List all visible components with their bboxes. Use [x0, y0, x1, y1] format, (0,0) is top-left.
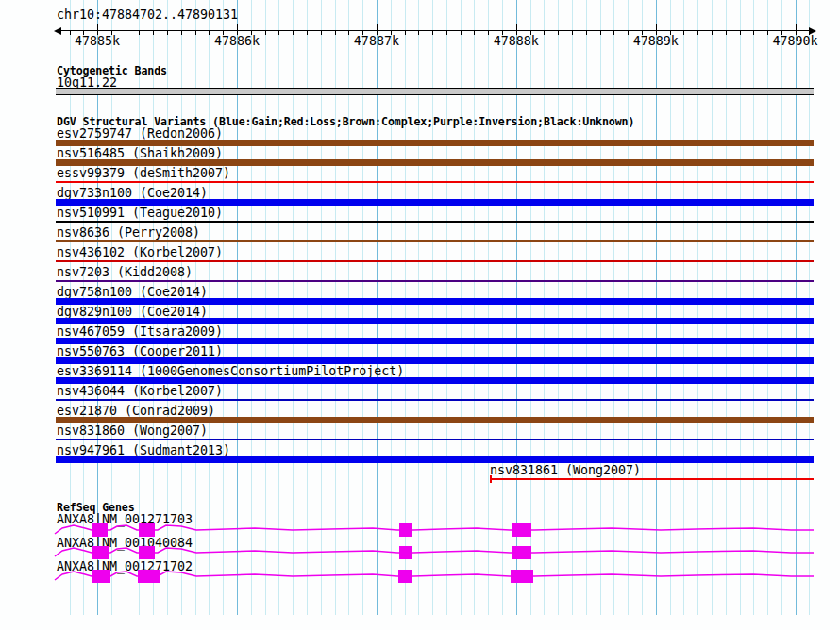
ruler-minor-tick: [767, 31, 768, 35]
ruler-minor-tick: [572, 31, 573, 35]
ruler-tick-label: 47886k: [214, 35, 260, 47]
ruler-minor-tick: [432, 31, 433, 35]
variant-bar[interactable]: [56, 399, 814, 401]
variant-track-label: nsv8636 (Perry2008): [57, 226, 200, 239]
ruler-major-tick: [516, 24, 517, 30]
ruler-minor-tick: [126, 31, 126, 35]
variant-bar[interactable]: [56, 338, 814, 344]
transcript-exon[interactable]: [398, 570, 412, 583]
variant-bar[interactable]: [56, 199, 814, 206]
ruler-minor-tick: [683, 31, 684, 35]
variant-bar[interactable]: [56, 221, 814, 223]
ruler-minor-tick: [348, 31, 349, 35]
transcript-exon[interactable]: [512, 523, 531, 537]
variant-bar[interactable]: [56, 357, 814, 364]
variant-bar[interactable]: [56, 140, 814, 146]
ruler-minor-tick: [712, 31, 713, 35]
ruler-axis: [56, 30, 815, 31]
variant-track-label: nsv510991 (Teague2010): [57, 207, 223, 219]
variant-track-label: dgv758n100 (Coe2014): [57, 286, 208, 298]
transcript-label: ANXA8|NM_001040084: [57, 537, 193, 549]
variant-track-label: nsv436044 (Korbel2007): [57, 385, 223, 397]
ruler-minor-tick: [488, 31, 489, 35]
variant-bar[interactable]: [56, 159, 814, 166]
ruler-minor-tick: [181, 31, 182, 35]
variant-bar[interactable]: [56, 377, 814, 384]
ruler-minor-tick: [265, 31, 266, 35]
ruler-major-tick: [796, 24, 797, 30]
ruler-minor-tick: [446, 31, 447, 35]
variant-track-label: nsv516485 (Shaikh2009): [57, 147, 223, 159]
ruler-minor-tick: [195, 31, 196, 35]
ruler-minor-tick: [726, 31, 727, 35]
variant-track-label: nsv831860 (Wong2007): [57, 424, 208, 437]
ruler-minor-tick: [613, 31, 614, 35]
ruler-major-tick: [656, 24, 657, 30]
variant-track-label: nsv947961 (Sudmant2013): [57, 444, 230, 456]
ruler-major-tick: [237, 24, 238, 30]
variant-bar-left-cap: [490, 475, 492, 483]
cytoband-bar[interactable]: [56, 88, 814, 95]
ruler-major-tick: [97, 24, 98, 30]
genome-browser-window: chr10:47884702..47890131 47885k47886k478…: [0, 0, 840, 630]
variant-track-label: dgv829n100 (Coe2014): [57, 306, 208, 318]
transcript-intron-line[interactable]: [55, 525, 814, 534]
ruler-minor-tick: [461, 31, 462, 35]
variant-bar[interactable]: [56, 298, 814, 305]
variant-track-label: nsv831861 (Wong2007): [490, 464, 641, 476]
variant-bar[interactable]: [56, 439, 814, 440]
ruler-tick-label: 47887k: [354, 35, 399, 47]
variant-bar[interactable]: [56, 318, 814, 324]
ruler-minor-tick: [753, 31, 754, 35]
ruler-minor-tick: [153, 31, 154, 35]
ruler-minor-tick: [558, 31, 559, 35]
ruler-minor-tick: [418, 31, 419, 35]
ruler-minor-tick: [405, 31, 406, 35]
ruler-minor-tick: [209, 31, 210, 35]
ruler-minor-tick: [167, 31, 168, 35]
transcript-exon[interactable]: [399, 546, 412, 559]
ruler-minor-tick: [474, 31, 475, 35]
variant-track-label: nsv467059 (Itsara2009): [57, 325, 223, 338]
ruler-minor-tick: [544, 31, 545, 35]
ruler-minor-tick: [321, 31, 322, 35]
variant-bar[interactable]: [490, 478, 814, 480]
ruler-minor-tick: [70, 31, 71, 35]
transcript-exon[interactable]: [512, 546, 531, 559]
variant-track-label: nsv436102 (Korbel2007): [57, 246, 223, 258]
transcript-exon[interactable]: [511, 570, 533, 583]
ruler-tick-label: 47889k: [633, 35, 679, 47]
variant-bar[interactable]: [56, 456, 814, 463]
variant-track-label: nsv7203 (Kidd2008): [57, 266, 193, 278]
ruler-tick-label: 47885k: [75, 35, 120, 47]
variant-track-label: esv2759747 (Redon2006): [57, 127, 223, 140]
locus-label: chr10:47884702..47890131: [57, 8, 238, 21]
ruler-minor-tick: [586, 31, 587, 35]
ruler-minor-tick: [293, 31, 294, 35]
variant-bar[interactable]: [56, 240, 814, 242]
variant-track-label: esv3369114 (1000GenomesConsortiumPilotPr…: [57, 365, 404, 377]
variant-bar[interactable]: [56, 280, 814, 282]
ruler-left-arrow-icon: [54, 27, 61, 35]
ruler-minor-tick: [740, 31, 741, 35]
transcript-label: ANXA8|NM_001271702: [57, 560, 193, 572]
ruler-minor-tick: [335, 31, 336, 35]
ruler-tick-label: 47890k: [773, 35, 818, 47]
ruler-minor-tick: [600, 31, 601, 35]
variant-track-label: esv21870 (Conrad2009): [57, 405, 215, 417]
variant-track-label: nsv550763 (Cooper2011): [57, 345, 223, 357]
variant-bar[interactable]: [56, 417, 814, 423]
ruler-minor-tick: [278, 31, 279, 35]
variant-bar[interactable]: [56, 181, 814, 183]
variant-track-label: essv99379 (deSmith2007): [57, 167, 230, 179]
transcript-exon[interactable]: [399, 523, 412, 537]
variant-bar[interactable]: [56, 260, 814, 262]
ruler-minor-tick: [139, 31, 140, 35]
variant-track-label: dgv733n100 (Coe2014): [57, 187, 208, 199]
ruler-major-tick: [377, 24, 378, 30]
ruler-minor-tick: [697, 31, 698, 35]
ruler-minor-tick: [307, 31, 308, 35]
transcript-label: ANXA8|NM_001271703: [57, 513, 193, 525]
ruler-tick-label: 47888k: [494, 35, 539, 47]
ruler-minor-tick: [628, 31, 629, 35]
